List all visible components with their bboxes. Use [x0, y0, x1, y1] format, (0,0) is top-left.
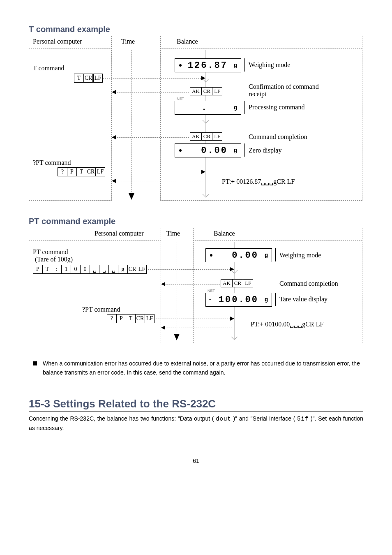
- col-header-balance-2: Balance: [214, 230, 235, 237]
- balance-display-pt2: - 100.00 g: [205, 293, 272, 307]
- pt-query-label-2: ?PT command: [82, 306, 120, 313]
- balance-display-pt1: 0.00 g: [205, 248, 272, 262]
- ak-response-pt: AK CR LF: [221, 279, 253, 287]
- pt-query-cells: ? P T CR LF: [58, 167, 105, 176]
- heading-15-3: 15-3 Settings Related to the RS-232C: [29, 398, 363, 412]
- diagram-pt-command: Personal computer Time Balance PT comman…: [29, 228, 363, 343]
- ak-response-1: AK CR LF: [190, 87, 222, 95]
- label-tare-display: Tare value display: [279, 296, 327, 303]
- bullet-icon: [33, 361, 37, 365]
- balance-display-1: 126.87 g: [175, 58, 241, 72]
- pt-command-cells: P T : 1 0 0 ␣ ␣ ␣ g CR LF: [33, 265, 147, 274]
- heading-t-example: T command example: [29, 25, 363, 34]
- col-header-time: Time: [121, 38, 135, 45]
- balance-display-2: . g: [175, 101, 241, 115]
- label-processing: Processing command: [249, 104, 304, 111]
- col-header-time-2: Time: [166, 230, 180, 237]
- col-header-pc-2: Personal computer: [95, 230, 144, 237]
- time-arrow-icon-2: [174, 334, 180, 340]
- net-tag-2: NET: [208, 289, 215, 293]
- ak-response-2: AK CR LF: [190, 132, 222, 141]
- col-header-pc: Personal computer: [33, 38, 82, 45]
- t-command-cells: T CR LF: [74, 74, 103, 83]
- col-header-balance: Balance: [177, 38, 198, 45]
- label-completion-2: Command completion: [279, 280, 338, 287]
- balance-display-3: 0.00 g: [175, 143, 241, 157]
- diagram-t-command: Personal computer Time Balance T command…: [29, 36, 363, 200]
- net-tag-1: NET: [177, 97, 184, 101]
- body-15-3: Concerning the RS-232C, the balance has …: [29, 414, 363, 432]
- time-arrow-icon: [129, 193, 134, 200]
- pt-query-label: ?PT command: [33, 159, 71, 166]
- pt-response-text: PT:+ 00126.87␣␣␣gCR LF: [222, 178, 295, 185]
- pt-response-text-2: PT:+ 00100.00␣␣␣gCR LF: [251, 320, 323, 328]
- t-command-label: T command: [33, 65, 65, 72]
- pt-command-label: PT command: [33, 248, 68, 256]
- label-completion-1: Command completion: [249, 133, 307, 141]
- label-weighing-mode: Weighing mode: [249, 61, 290, 69]
- heading-pt-example: PT command example: [29, 217, 363, 226]
- pt-command-sub: (Tare of 100g): [35, 256, 73, 263]
- label-confirm-receipt: Confirmation of command receipt: [249, 83, 323, 98]
- label-zero-display: Zero display: [249, 147, 281, 154]
- label-weighing-mode-2: Weighing mode: [279, 252, 321, 259]
- error-paragraph: When a communication error has occurred …: [29, 359, 363, 377]
- pt-query-cells-2: ? P T CR LF: [107, 314, 154, 323]
- page-number: 61: [29, 458, 363, 464]
